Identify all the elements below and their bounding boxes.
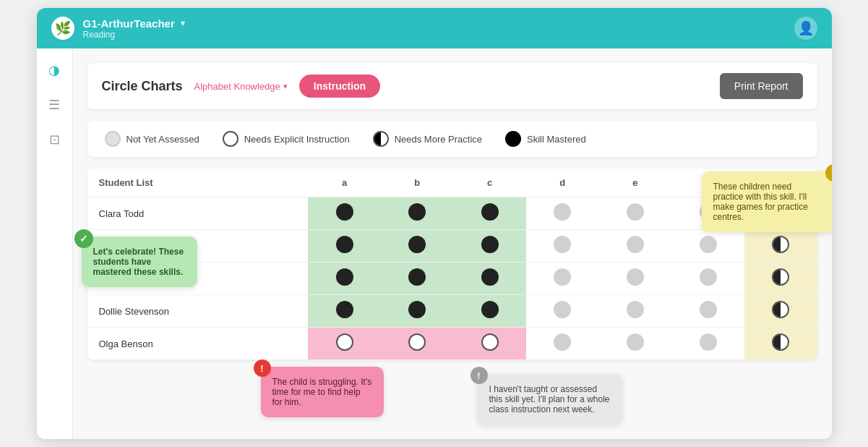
cell-4-3[interactable] [526,328,599,360]
logo-icon: 🌿 [51,17,74,40]
legend: Not Yet Assessed Needs Explicit Instruct… [87,121,817,157]
legend-item-practice: Needs More Practice [373,131,482,147]
cell-1-4[interactable] [599,230,672,263]
cell-2-0[interactable] [308,263,381,295]
circle-outline [481,333,499,351]
cell-3-5[interactable] [671,295,744,328]
sidebar-icon-grid[interactable]: ⊡ [44,129,64,150]
popup-gray-text: I haven't taught or assessed this skill … [489,384,610,414]
circle-gray [627,268,644,286]
cell-3-4[interactable] [599,295,672,328]
popup-pink: ! The child is struggling. It's time for… [261,367,384,417]
skill-mastered-icon [505,131,521,147]
cell-4-1[interactable] [381,328,454,360]
header-left: 🌿 G1-ArthurTeacher ▾ Reading [51,17,185,40]
instruction-button[interactable]: Instruction [299,74,380,98]
popup-check-icon: ✓ [74,229,93,248]
circle-full [336,203,353,221]
filter-arrow: ▾ [283,82,288,91]
cell-3-2[interactable] [453,295,526,328]
col-header-c: c [453,169,526,197]
logo-leaf: 🌿 [55,20,71,36]
circle-gray [700,236,717,253]
cell-1-2[interactable] [453,230,526,263]
circle-full [336,268,353,286]
circle-gray [627,333,644,351]
cell-4-6[interactable] [744,328,817,360]
cell-0-3[interactable] [526,197,599,230]
cell-2-3[interactable] [526,263,599,295]
cell-1-6[interactable] [744,230,817,263]
header-username: G1-ArthurTeacher [83,17,175,30]
cell-3-3[interactable] [526,295,599,328]
exclaim-gray-icon: ! [470,367,488,384]
circle-outline [336,333,353,351]
cell-0-4[interactable] [599,197,672,230]
circle-full [481,236,499,253]
circle-gray [554,236,571,253]
cell-2-6[interactable] [744,263,817,295]
popup-gray: ! I haven't taught or assessed this skil… [478,374,622,425]
filter-label: Alphabet Knowledge [194,81,280,92]
circle-gray [627,236,644,253]
cell-2-1[interactable] [381,263,454,295]
cell-3-0[interactable] [308,295,381,328]
circle-full [481,203,499,221]
cell-4-2[interactable] [453,328,526,360]
popup-pink-text: The child is struggling. It's time for m… [272,377,372,407]
circle-gray [554,333,571,351]
header: 🌿 G1-ArthurTeacher ▾ Reading 👤 [37,8,832,48]
circle-outline [408,333,426,351]
header-subtitle: Reading [83,30,185,40]
col-header-a: a [308,169,381,197]
circle-half [772,301,789,318]
filter-dropdown[interactable]: Alphabet Knowledge ▾ [194,81,288,92]
toolbar-title: Circle Charts [102,79,183,94]
header-dropdown-arrow[interactable]: ▾ [181,18,185,28]
not-assessed-icon [105,131,121,147]
cell-0-0[interactable] [308,197,381,230]
sidebar-icon-circles[interactable]: ◑ [44,60,64,80]
cell-2-5[interactable] [671,263,744,295]
legend-label-mastered: Skill Mastered [527,134,586,145]
cell-1-1[interactable] [381,230,454,263]
student-name-cell: Clara Todd [87,197,309,230]
circle-gray [700,268,717,286]
col-header-student: Student List [87,169,309,197]
cell-1-3[interactable] [526,230,599,263]
cell-2-2[interactable] [453,263,526,295]
sidebar-icon-list[interactable]: ☰ [44,95,64,115]
circle-gray [627,203,644,221]
cell-3-6[interactable] [744,295,817,328]
cell-4-5[interactable] [671,328,744,360]
circle-half [772,268,789,286]
circle-full [408,203,426,221]
circle-full [408,236,426,253]
popup-green: ✓ Let's celebrate! These students have m… [82,237,197,287]
cell-0-1[interactable] [381,197,454,230]
toolbar: Circle Charts Alphabet Knowledge ▾ Instr… [87,63,817,109]
col-header-b: b [381,169,454,197]
cell-4-0[interactable] [308,328,381,360]
cell-4-4[interactable] [599,328,672,360]
col-header-d: d [526,169,599,197]
circle-gray [700,301,717,318]
content-area: ✓ Let's celebrate! These students have m… [73,48,832,439]
circle-full [481,301,499,318]
student-name-cell: Dollie Stevenson [87,295,309,328]
table-row: Dollie Stevenson [87,295,817,328]
print-report-button[interactable]: Print Report [720,73,803,99]
circle-full [481,268,499,286]
legend-label-explicit: Needs Explicit Instruction [244,134,350,145]
table-row: Olga Benson [87,328,817,360]
cell-3-1[interactable] [381,295,454,328]
cell-0-2[interactable] [453,197,526,230]
needs-practice-icon [373,131,389,147]
sidebar: ◑ ☰ ⊡ [37,48,73,439]
cell-2-4[interactable] [599,263,672,295]
cell-1-0[interactable] [308,230,381,263]
header-avatar[interactable]: 👤 [794,17,817,40]
popup-yellow-text: These children need practice with this s… [713,182,808,222]
cell-1-5[interactable] [671,230,744,263]
circle-gray [700,333,717,351]
